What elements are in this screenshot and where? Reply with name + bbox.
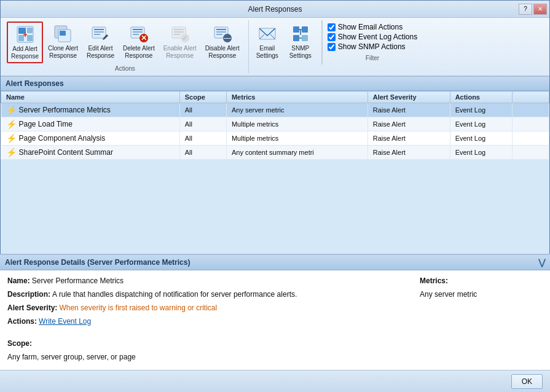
svg-rect-37 [302, 26, 308, 33]
detail-metrics-line: Metrics: [420, 275, 543, 286]
clone-alert-response-button[interactable]: Clone AlertResponse [44, 22, 82, 63]
cell-name: ⚡Page Load Time [1, 117, 180, 131]
table-header-row: Name Scope Metrics Alert Severity Action… [1, 92, 549, 103]
title-bar-controls: ? ✕ [519, 4, 547, 15]
email-settings-button[interactable]: EmailSettings [251, 22, 283, 62]
detail-name-value: Server Performance Metrics [32, 276, 124, 285]
snmp-settings-icon [291, 24, 310, 44]
svg-text:✕: ✕ [141, 34, 147, 42]
cell-name: ⚡Server Performance Metrics [1, 103, 180, 117]
add-alert-response-button[interactable]: + Add AlertResponse [7, 22, 43, 63]
cell-name: ⚡SharePoint Content Summar [1, 146, 180, 160]
svg-rect-30 [216, 34, 222, 35]
ok-button[interactable]: OK [511, 374, 543, 389]
details-panel: Alert Response Details (Server Performan… [0, 254, 550, 370]
details-content: Name: Server Performance Metrics Descrip… [0, 270, 550, 370]
show-snmp-actions-input[interactable] [328, 43, 336, 51]
svg-rect-23 [174, 31, 184, 33]
disable-alert-response-button[interactable]: — Disable AlertResponse [202, 22, 243, 63]
table-row[interactable]: ⚡SharePoint Content SummarAllAny content… [1, 146, 549, 160]
filter-label: Filter [328, 55, 417, 61]
detail-metrics-value: Any server metric [420, 290, 477, 299]
show-snmp-actions-checkbox[interactable]: Show SNMP Actions [328, 42, 417, 51]
alert-icon: ⚡ [6, 133, 17, 143]
detail-name-label: Name: [7, 276, 30, 285]
add-alert-response-label: Add AlertResponse [11, 45, 39, 60]
enable-alert-response-button[interactable]: ✓ Enable AlertResponse [160, 22, 200, 63]
details-header: Alert Response Details (Server Performan… [0, 255, 550, 270]
detail-scope-value-line: Any farm, server group, server, or page [7, 351, 395, 363]
delete-alert-response-icon: ✕ [129, 24, 149, 44]
detail-severity-value: When severity is first raised to warning… [59, 304, 217, 312]
svg-rect-8 [60, 31, 66, 36]
cell-actions: Event Log [450, 146, 512, 160]
details-collapse-button[interactable]: ⋁ [538, 257, 545, 267]
detail-scope-label: Scope: [7, 339, 32, 348]
detail-scope-line: Scope: [7, 338, 395, 349]
alert-icon: ⚡ [6, 147, 17, 157]
cell-actions: Event Log [450, 103, 512, 117]
close-button[interactable]: ✕ [533, 4, 547, 15]
edit-alert-response-icon [90, 24, 110, 44]
svg-text:—: — [224, 34, 231, 42]
show-event-log-actions-checkbox[interactable]: Show Event Log Actions [328, 33, 417, 41]
ribbon-actions-label: Actions [115, 65, 135, 72]
alert-responses-header: Alert Responses [1, 77, 549, 91]
enable-alert-response-label: Enable AlertResponse [163, 45, 197, 60]
cell-name: ⚡Page Component Analysis [1, 131, 180, 146]
detail-description-value: A rule that handles dispatching of notif… [52, 290, 297, 299]
detail-description-label: Description: [7, 290, 50, 299]
svg-text:+: + [23, 31, 27, 39]
cell-severity: Raise Alert [367, 146, 450, 160]
col-header-severity: Alert Severity [367, 92, 450, 103]
detail-actions-line: Actions: Write Event Log [7, 316, 395, 327]
detail-scope-value: Any farm, server group, server, or page [7, 353, 136, 361]
cell-metrics: Multiple metrics [226, 117, 367, 131]
svg-rect-28 [216, 29, 226, 30]
svg-rect-29 [216, 31, 226, 33]
col-header-metrics: Metrics [226, 92, 367, 103]
table-row[interactable]: ⚡Server Performance MetricsAllAny server… [1, 103, 549, 117]
detail-metrics-value-line: Any server metric [420, 289, 543, 300]
snmp-settings-label: SNMPSettings [289, 45, 312, 60]
col-header-extra [513, 92, 549, 103]
edit-alert-response-button[interactable]: Edit AlertResponse [83, 22, 118, 63]
detail-metrics-label: Metrics: [420, 276, 448, 285]
cell-severity: Raise Alert [367, 131, 450, 146]
svg-rect-39 [302, 35, 308, 41]
svg-rect-38 [293, 35, 299, 41]
show-email-actions-checkbox[interactable]: Show Email Actions [328, 23, 417, 31]
help-button[interactable]: ? [519, 4, 532, 15]
cell-actions: Event Log [450, 131, 512, 146]
show-snmp-actions-label: Show SNMP Actions [338, 42, 406, 51]
details-title: Alert Response Details (Server Performan… [5, 258, 190, 267]
detail-actions-value[interactable]: Write Event Log [39, 317, 91, 326]
alert-responses-table: Name Scope Metrics Alert Severity Action… [1, 91, 549, 160]
cell-scope: All [179, 117, 226, 131]
ribbon: + Add AlertResponse Clone AlertResponse [1, 18, 549, 77]
svg-rect-11 [94, 31, 104, 33]
window-title: Alert Responses [248, 5, 302, 14]
svg-rect-4 [27, 35, 33, 41]
col-header-name: Name [1, 92, 180, 103]
table-row[interactable]: ⚡Page Load TimeAllMultiple metricsRaise … [1, 117, 549, 131]
delete-alert-response-button[interactable]: ✕ Delete AlertResponse [119, 22, 159, 63]
col-header-scope: Scope [179, 92, 226, 103]
clone-alert-response-label: Clone AlertResponse [48, 45, 78, 60]
snmp-settings-button[interactable]: SNMPSettings [285, 22, 316, 62]
ribbon-group-filter: Show Email Actions Show Event Log Action… [322, 20, 422, 64]
cell-severity: Raise Alert [367, 117, 450, 131]
alert-responses-table-wrapper: Name Scope Metrics Alert Severity Action… [1, 91, 549, 160]
table-row[interactable]: ⚡Page Component AnalysisAllMultiple metr… [1, 131, 549, 146]
cell-extra [513, 103, 549, 117]
detail-name-line: Name: Server Performance Metrics [7, 275, 395, 286]
svg-rect-17 [133, 31, 143, 33]
add-alert-response-icon: + [15, 25, 35, 44]
svg-rect-12 [94, 34, 100, 35]
show-email-actions-input[interactable] [328, 23, 336, 31]
clone-alert-response-icon [53, 24, 73, 44]
disable-alert-response-label: Disable AlertResponse [205, 45, 240, 60]
col-header-actions: Actions [450, 92, 512, 103]
detail-description-line: Description: A rule that handles dispatc… [7, 289, 395, 300]
show-event-log-actions-input[interactable] [328, 33, 336, 41]
